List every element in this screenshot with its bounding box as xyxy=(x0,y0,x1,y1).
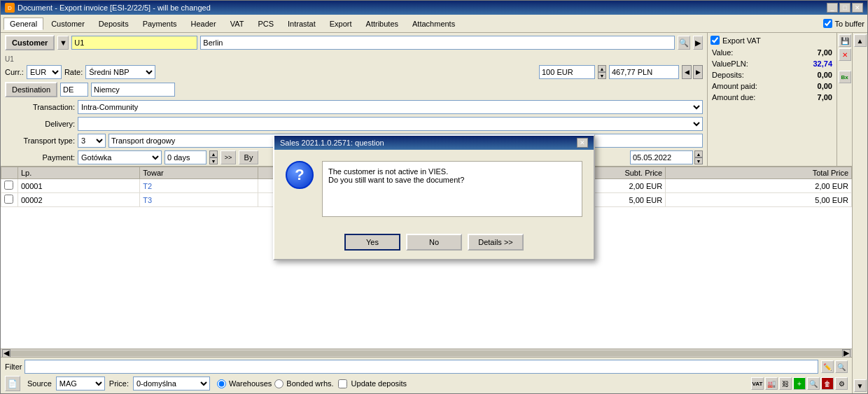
dialog-title-bar: Sales 2021.1.0.2571: question ✕ xyxy=(274,136,594,150)
dialog-message-line2: Do you still want to save the document? xyxy=(328,176,576,184)
dialog-message-line1: The customer is not active in VIES. xyxy=(328,167,576,176)
dialog-no-button[interactable]: No xyxy=(406,234,462,251)
dialog-question-icon: ? xyxy=(286,161,314,189)
dialog-title-text: Sales 2021.1.0.2571: question xyxy=(280,139,384,147)
dialog-details-button[interactable]: Details >> xyxy=(468,234,524,251)
dialog-yes-button[interactable]: Yes xyxy=(344,234,400,251)
dialog-close-btn[interactable]: ✕ xyxy=(577,138,588,148)
dialog-text-area: The customer is not active in VIES. Do y… xyxy=(322,161,582,217)
dialog-overlay: Sales 2021.1.0.2571: question ✕ ? The cu… xyxy=(1,1,867,393)
question-dialog: Sales 2021.1.0.2571: question ✕ ? The cu… xyxy=(273,134,595,260)
